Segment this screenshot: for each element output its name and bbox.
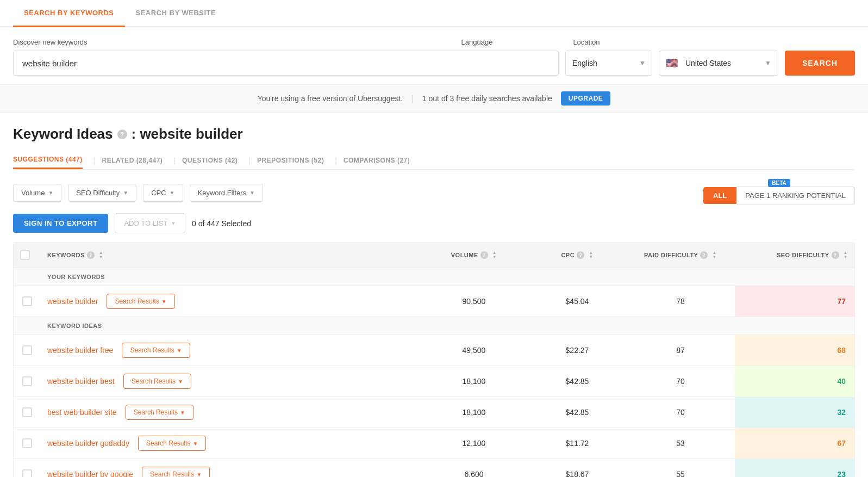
keyword-link[interactable]: website builder by google — [47, 470, 133, 477]
row-checkbox[interactable] — [22, 345, 32, 355]
row-checkbox-cell — [14, 286, 41, 317]
row-checkbox[interactable] — [22, 469, 32, 477]
keyword-filters-arrow-icon: ▼ — [249, 190, 255, 196]
row-volume: 49,500 — [420, 335, 528, 366]
upgrade-button[interactable]: UPGRADE — [561, 91, 611, 106]
table-row: website builder freeSearch Results ▼49,5… — [14, 335, 854, 366]
tab-divider-4: | — [335, 156, 337, 165]
language-select[interactable]: English — [565, 51, 652, 76]
cpc-filter-button[interactable]: CPC ▼ — [143, 184, 183, 202]
th-seo-difficulty: SEO DIFFICULTY ? ▲ ▼ — [735, 243, 854, 268]
tab-divider-2: | — [173, 156, 176, 165]
th-cpc-sort[interactable]: ▲ ▼ — [589, 251, 593, 259]
filter-tab-comparisons[interactable]: COMPARISONS (27) — [344, 152, 410, 169]
all-view-button[interactable]: ALL — [703, 187, 736, 204]
page1-ranking-button[interactable]: PAGE 1 RANKING POTENTIAL — [736, 187, 855, 205]
sort-down-icon[interactable]: ▼ — [589, 255, 593, 259]
row-seo-difficulty: 40 — [735, 366, 854, 397]
location-arrow-icon: ▼ — [765, 59, 771, 67]
table-row: best web builder siteSearch Results ▼18,… — [14, 397, 854, 428]
th-paid-difficulty: PAID DIFFICULTY ? ▲ ▼ — [626, 243, 735, 268]
beta-badge: BETA — [703, 179, 855, 187]
search-input[interactable] — [13, 51, 559, 76]
search-results-button[interactable]: Search Results ▼ — [142, 467, 210, 477]
language-select-wrapper: English ▼ — [565, 51, 652, 76]
th-keywords-sort[interactable]: ▲ ▼ — [99, 251, 103, 259]
row-keyword: website builder bestSearch Results ▼ — [41, 366, 420, 397]
row-cpc: $11.72 — [528, 428, 626, 459]
search-results-button[interactable]: Search Results ▼ — [138, 436, 206, 451]
volume-arrow-icon: ▼ — [48, 190, 53, 196]
row-seo-difficulty: 32 — [735, 397, 854, 428]
row-paid-difficulty: 70 — [626, 366, 735, 397]
row-seo-difficulty: 67 — [735, 428, 854, 459]
filter-tab-questions[interactable]: QUESTIONS (42) — [182, 152, 238, 169]
search-results-button[interactable]: Search Results ▼ — [122, 343, 190, 358]
select-all-checkbox[interactable] — [20, 250, 30, 260]
th-paid-sort[interactable]: ▲ ▼ — [712, 251, 716, 259]
add-to-list-button[interactable]: ADD TO LIST ▼ — [115, 213, 185, 233]
search-results-button[interactable]: Search Results ▼ — [126, 405, 193, 420]
search-button[interactable]: SEARCH — [785, 51, 855, 76]
th-cpc-info-icon[interactable]: ? — [577, 251, 584, 259]
row-paid-difficulty: 78 — [626, 286, 735, 317]
sort-down-icon[interactable]: ▼ — [844, 255, 848, 259]
keyword-link[interactable]: best web builder site — [47, 408, 117, 417]
tab-search-keywords[interactable]: SEARCH BY KEYWORDS — [13, 0, 125, 27]
th-paid-difficulty-info-icon[interactable]: ? — [700, 251, 708, 259]
location-select-wrapper[interactable]: 🇺🇸 United States ▼ — [659, 51, 778, 76]
add-to-list-label: ADD TO LIST — [124, 219, 167, 227]
language-label: Language — [461, 38, 493, 46]
sort-down-icon[interactable]: ▼ — [99, 255, 103, 259]
section-header: KEYWORD IDEAS — [14, 317, 854, 335]
row-checkbox[interactable] — [22, 438, 32, 448]
row-keyword: best web builder siteSearch Results ▼ — [41, 397, 420, 428]
keyword-link[interactable]: website builder free — [47, 346, 113, 355]
th-cpc-label: CPC — [561, 252, 574, 258]
th-volume-sort[interactable]: ▲ ▼ — [492, 251, 497, 259]
seo-difficulty-filter-button[interactable]: SEO Difficulty ▼ — [68, 184, 136, 202]
th-volume: VOLUME ? ▲ ▼ — [420, 243, 528, 268]
row-checkbox[interactable] — [22, 376, 32, 386]
filter-tab-prepositions[interactable]: PREPOSITIONS (52) — [257, 152, 324, 169]
th-checkbox[interactable] — [14, 243, 41, 268]
location-text: United States — [685, 59, 761, 67]
keyword-filters-button[interactable]: Keyword Filters ▼ — [190, 184, 263, 202]
row-keyword: website builder freeSearch Results ▼ — [41, 335, 420, 366]
filter-tab-suggestions[interactable]: SUGGESTIONS (447) — [13, 151, 83, 169]
keyword-link[interactable]: website builder godaddy — [47, 439, 129, 448]
th-volume-info-icon[interactable]: ? — [480, 251, 488, 259]
row-cpc: $22.27 — [528, 335, 626, 366]
row-paid-difficulty: 87 — [626, 335, 735, 366]
row-checkbox-cell — [14, 366, 41, 397]
filter-tab-related[interactable]: RELATED (28,447) — [102, 152, 163, 169]
th-seo-sort[interactable]: ▲ ▼ — [844, 251, 848, 259]
th-keywords-info-icon[interactable]: ? — [87, 251, 95, 259]
row-paid-difficulty: 53 — [626, 428, 735, 459]
row-volume: 12,100 — [420, 428, 528, 459]
banner-text1: You're using a free version of Ubersugge… — [258, 94, 403, 103]
search-results-button[interactable]: Search Results ▼ — [123, 374, 191, 389]
volume-filter-label: Volume — [21, 189, 45, 197]
sort-down-icon[interactable]: ▼ — [712, 255, 716, 259]
th-keywords-label: KEYWORDS — [47, 252, 85, 258]
row-checkbox-cell — [14, 428, 41, 459]
row-checkbox[interactable] — [22, 296, 32, 306]
row-seo-difficulty: 77 — [735, 286, 854, 317]
sort-down-icon[interactable]: ▼ — [492, 255, 497, 259]
th-seo-difficulty-info-icon[interactable]: ? — [832, 251, 839, 259]
row-volume: 6,600 — [420, 459, 528, 477]
keyword-label: Discover new keywords — [13, 38, 88, 46]
row-keyword: website builder godaddySearch Results ▼ — [41, 428, 420, 459]
sign-in-export-button[interactable]: SIGN IN TO EXPORT — [13, 214, 108, 233]
info-icon[interactable]: ? — [117, 129, 127, 139]
search-results-button[interactable]: Search Results ▼ — [107, 294, 174, 309]
row-checkbox[interactable] — [22, 407, 32, 417]
keyword-searched: : website builder — [132, 126, 243, 143]
keyword-link[interactable]: website builder — [47, 297, 98, 306]
keyword-link[interactable]: website builder best — [47, 377, 115, 386]
tab-divider-1: | — [93, 156, 96, 165]
volume-filter-button[interactable]: Volume ▼ — [13, 184, 61, 202]
table-row: website builderSearch Results ▼90,500$45… — [14, 286, 854, 317]
tab-search-website[interactable]: SEARCH BY WEBSITE — [125, 0, 227, 27]
